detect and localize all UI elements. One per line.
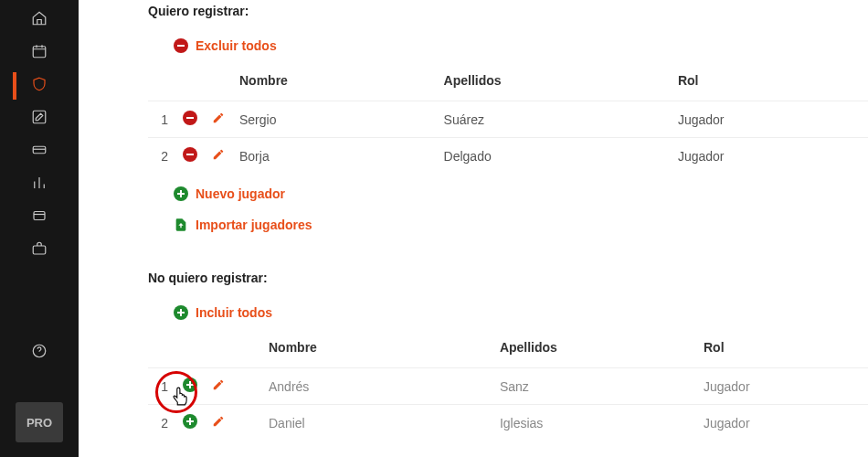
- pro-badge-label: PRO: [26, 416, 52, 430]
- import-icon: [174, 218, 188, 232]
- edit-row-button[interactable]: [212, 112, 225, 127]
- sidebar-item-calendar[interactable]: [0, 37, 79, 69]
- cell-name: Borja: [232, 138, 437, 175]
- table-row: 1 Andrés Sanz Jugador: [148, 368, 868, 405]
- card-icon: [31, 142, 48, 162]
- sidebar-item-help[interactable]: [0, 336, 79, 369]
- sidebar-item-edit[interactable]: [0, 102, 79, 135]
- register-table: Nombre Apellidos Rol 1 Sergio Suárez Jug…: [148, 64, 868, 174]
- edit-row-button[interactable]: [212, 379, 225, 394]
- svg-rect-1: [33, 111, 46, 123]
- pro-badge[interactable]: PRO: [16, 402, 63, 442]
- id-badge-icon: [31, 207, 48, 228]
- sidebar-item-badge[interactable]: [0, 201, 79, 234]
- column-header-role: Rol: [671, 64, 868, 101]
- shield-icon: [31, 76, 48, 96]
- column-header-surname: Apellidos: [437, 64, 671, 101]
- row-number: 2: [148, 405, 175, 441]
- calendar-icon: [31, 43, 48, 63]
- sidebar-item-card[interactable]: [0, 135, 79, 168]
- sidebar: PRO: [0, 0, 79, 457]
- help-icon: [31, 343, 48, 363]
- table-row: 2 Daniel Iglesias Jugador: [148, 405, 868, 441]
- import-players-button[interactable]: Importar jugadores: [148, 212, 868, 238]
- unregister-table: Nombre Apellidos Rol 1 Andrés Sanz Jugad…: [148, 331, 868, 441]
- exclude-all-label: Excluir todos: [196, 38, 277, 53]
- column-header-role: Rol: [696, 331, 868, 368]
- svg-rect-4: [33, 246, 46, 254]
- cell-name: Daniel: [232, 405, 492, 441]
- cell-surname: Iglesias: [492, 405, 696, 441]
- minus-circle-icon: [174, 38, 188, 53]
- edit-row-button[interactable]: [212, 149, 225, 164]
- plus-circle-icon: [174, 186, 188, 201]
- include-row-button[interactable]: [183, 377, 197, 392]
- exclude-all-button[interactable]: Excluir todos: [148, 33, 868, 58]
- row-number: 1: [148, 101, 175, 138]
- row-number: 2: [148, 138, 175, 175]
- cell-surname: Delgado: [437, 138, 671, 175]
- main-content: Quiero registrar: Excluir todos Nombre A…: [79, 0, 868, 457]
- sidebar-item-shield[interactable]: [0, 69, 79, 102]
- cell-role: Jugador: [671, 138, 868, 175]
- sidebar-item-home[interactable]: [0, 4, 79, 37]
- cell-surname: Suárez: [437, 101, 671, 138]
- column-header-surname: Apellidos: [492, 331, 696, 368]
- unregister-section-title: No quiero registrar:: [148, 271, 868, 285]
- sidebar-item-stats[interactable]: [0, 168, 79, 201]
- cell-role: Jugador: [671, 101, 868, 138]
- include-row-button[interactable]: [183, 414, 197, 429]
- register-section-title: Quiero registrar:: [148, 4, 868, 18]
- briefcase-icon: [31, 240, 48, 260]
- table-row: 1 Sergio Suárez Jugador: [148, 101, 868, 138]
- bar-chart-icon: [31, 175, 48, 195]
- cell-name: Andrés: [232, 368, 492, 405]
- svg-rect-3: [34, 212, 45, 220]
- svg-rect-0: [33, 47, 46, 58]
- cell-name: Sergio: [232, 101, 437, 138]
- sidebar-item-briefcase[interactable]: [0, 234, 79, 267]
- edit-row-button[interactable]: [212, 416, 225, 430]
- edit-square-icon: [31, 109, 48, 129]
- cell-role: Jugador: [696, 405, 868, 441]
- row-number: 1: [148, 368, 175, 405]
- table-row: 2 Borja Delgado Jugador: [148, 138, 868, 175]
- cell-surname: Sanz: [492, 368, 696, 405]
- exclude-row-button[interactable]: [183, 111, 197, 125]
- svg-rect-2: [33, 146, 46, 154]
- column-header-name: Nombre: [232, 331, 492, 368]
- cell-role: Jugador: [696, 368, 868, 405]
- column-header-name: Nombre: [232, 64, 437, 101]
- home-icon: [31, 10, 48, 30]
- new-player-button[interactable]: Nuevo jugador: [148, 181, 868, 207]
- exclude-row-button[interactable]: [183, 147, 197, 162]
- new-player-label: Nuevo jugador: [196, 186, 285, 201]
- include-all-button[interactable]: Incluir todos: [148, 300, 868, 325]
- plus-circle-icon: [174, 305, 188, 320]
- include-all-label: Incluir todos: [196, 305, 272, 320]
- import-players-label: Importar jugadores: [196, 218, 312, 232]
